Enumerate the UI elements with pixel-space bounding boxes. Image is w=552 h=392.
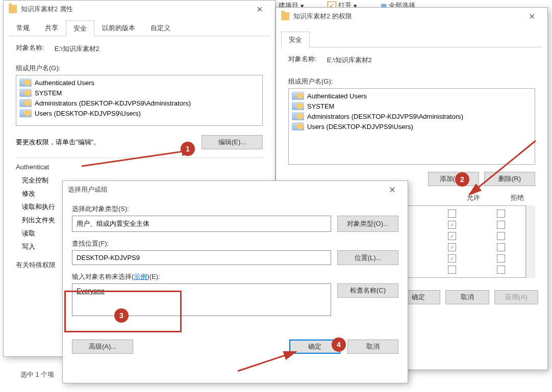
edit-hint: 要更改权限，请单击"编辑"。 <box>16 138 100 147</box>
close-icon[interactable] <box>249 2 270 16</box>
object-name-value: E:\知识库素材2 <box>55 44 99 54</box>
deny-header: 拒绝 <box>511 193 524 202</box>
users-icon <box>292 122 304 130</box>
ok-button[interactable]: 确定 <box>289 339 340 354</box>
tab-security[interactable]: 安全 <box>66 20 94 36</box>
object-names-input[interactable]: Everyone <box>72 283 331 316</box>
permissions-tabstrip: 安全 <box>281 31 542 47</box>
select-user-dialog: 选择用户或组 选择此对象类型(S): 用户、组或内置安全主体 对象类型(O)..… <box>62 180 408 383</box>
object-names-label: 输入对象名称来选择(示例)(E): <box>72 272 398 281</box>
tab-previous-versions[interactable]: 以前的版本 <box>94 20 143 36</box>
list-item[interactable]: Administrators (DESKTOP-KDJVPS9\Administ… <box>289 111 535 121</box>
advanced-button[interactable]: 高级(A)... <box>72 339 133 354</box>
select-user-title: 选择用户或组 <box>68 185 382 194</box>
auth-permissions-label: Authenticat <box>16 163 263 171</box>
deny-checkbox[interactable] <box>497 254 505 263</box>
deny-checkbox[interactable] <box>497 232 505 240</box>
allow-checkbox[interactable] <box>448 243 456 251</box>
deny-checkbox[interactable] <box>497 266 505 274</box>
properties-tabstrip: 常规 共享 安全 以前的版本 自定义 <box>9 20 270 36</box>
statusbar-selection: 选中 1 个项 <box>20 370 54 379</box>
properties-title: 知识库素材2 属性 <box>21 5 249 14</box>
remove-button[interactable]: 删除(R) <box>484 172 535 186</box>
edit-button[interactable]: 编辑(E)... <box>202 135 263 149</box>
cancel-button[interactable]: 取消 <box>445 290 489 304</box>
check-names-button[interactable]: 检查名称(C) <box>337 283 398 298</box>
tab-custom[interactable]: 自定义 <box>143 20 178 36</box>
deny-checkbox[interactable] <box>497 221 505 229</box>
permissions-title: 知识库素材2 的权限 <box>293 12 522 21</box>
users-icon <box>19 79 32 87</box>
list-item[interactable]: Users (DESKTOP-KDJVPS9\Users) <box>16 108 262 118</box>
examples-link[interactable]: 示例 <box>134 273 147 280</box>
group-user-list[interactable]: Authenticated Users SYSTEM Administrator… <box>16 75 263 126</box>
users-icon <box>19 99 32 107</box>
object-type-label: 选择此对象类型(S): <box>72 204 398 214</box>
allow-checkbox[interactable] <box>448 266 456 274</box>
list-item[interactable]: Authenticated Users <box>16 77 262 88</box>
users-icon <box>19 109 32 117</box>
tab-general[interactable]: 常规 <box>9 20 37 36</box>
folder-icon <box>9 5 17 13</box>
users-icon <box>292 92 304 100</box>
group-user-list[interactable]: Authenticated Users SYSTEM Administrator… <box>288 88 535 165</box>
allow-header: 允许 <box>467 193 480 202</box>
properties-titlebar: 知识库素材2 属性 <box>4 1 275 18</box>
scrollbar[interactable] <box>526 205 535 278</box>
list-item[interactable]: SYSTEM <box>16 88 262 98</box>
group-user-label: 组或用户名(G): <box>16 64 263 73</box>
tab-security[interactable]: 安全 <box>281 32 310 47</box>
object-name-value: E:\知识库素材2 <box>327 56 372 65</box>
deny-checkbox[interactable] <box>497 243 505 251</box>
object-type-value: 用户、组或内置安全主体 <box>72 216 331 232</box>
object-name-label: 对象名称: <box>16 43 44 53</box>
close-icon[interactable] <box>382 182 403 197</box>
tab-share[interactable]: 共享 <box>37 20 66 36</box>
list-item[interactable]: Users (DESKTOP-KDJVPS9\Users) <box>289 121 535 132</box>
select-user-titlebar: 选择用户或组 <box>63 181 408 198</box>
users-icon <box>292 112 304 120</box>
location-value: DESKTOP-KDJVPS9 <box>72 250 331 265</box>
object-name-label: 对象名称: <box>288 55 317 64</box>
close-icon[interactable] <box>522 9 542 23</box>
group-user-label: 组或用户名(G): <box>288 77 535 86</box>
users-icon <box>19 89 32 97</box>
users-icon <box>292 102 304 110</box>
deny-checkbox[interactable] <box>497 210 505 218</box>
locations-button[interactable]: 位置(L)... <box>337 250 398 265</box>
allow-checkbox[interactable] <box>448 210 456 218</box>
apply-button[interactable]: 应用(A) <box>494 290 538 304</box>
folder-icon <box>281 12 289 20</box>
allow-checkbox[interactable] <box>448 232 456 240</box>
list-item[interactable]: Authenticated Users <box>289 91 535 101</box>
allow-checkbox[interactable] <box>448 221 456 229</box>
cancel-button[interactable]: 取消 <box>347 339 398 354</box>
add-button[interactable]: 添加(D)... <box>428 172 479 186</box>
permissions-titlebar: 知识库素材2 的权限 <box>276 8 547 25</box>
object-types-button[interactable]: 对象类型(O)... <box>337 216 398 232</box>
location-label: 查找位置(F): <box>72 239 398 248</box>
list-item[interactable]: Administrators (DESKTOP-KDJVPS9\Administ… <box>16 98 262 108</box>
list-item[interactable]: SYSTEM <box>289 101 535 111</box>
allow-checkbox[interactable] <box>448 254 456 263</box>
